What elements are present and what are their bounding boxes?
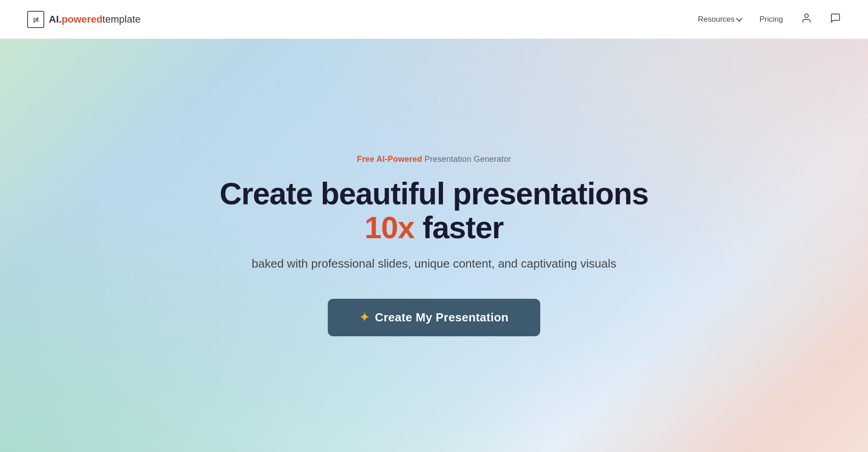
navbar: pt AI.poweredtemplate Resources Pricing (0, 0, 868, 39)
hero-title: Create beautiful presentations 10x faste… (203, 177, 665, 245)
chevron-down-icon (736, 15, 742, 21)
logo-icon: pt (27, 11, 44, 28)
hero-title-before: Create beautiful presentations (220, 176, 649, 211)
logo-powered: powered (61, 14, 102, 25)
logo-icon-text: pt (33, 16, 38, 23)
nav-resources-label: Resources (698, 15, 735, 24)
sparkle-icon: ✦ (359, 311, 369, 325)
nav-right: Resources Pricing (698, 13, 841, 26)
svg-point-0 (805, 14, 808, 18)
hero-tagline-rest: Presentation Generator (422, 155, 511, 164)
logo-ai: AI. (49, 14, 61, 25)
hero-title-highlight: 10x (364, 210, 414, 245)
hero-subtitle: baked with professional slides, unique c… (203, 255, 665, 272)
chat-icon[interactable] (830, 13, 841, 26)
nav-pricing-label: Pricing (760, 15, 783, 24)
logo-rest: template (103, 14, 141, 25)
hero-tagline-colored: Free AI-Powered (357, 155, 422, 164)
hero-title-after: faster (415, 210, 504, 245)
logo[interactable]: pt AI.poweredtemplate (27, 11, 141, 28)
user-icon[interactable] (801, 13, 812, 26)
hero-content: Free AI-Powered Presentation Generator C… (185, 155, 683, 336)
cta-label: Create My Presentation (375, 311, 509, 325)
nav-item-pricing[interactable]: Pricing (760, 15, 783, 24)
hero-section: Free AI-Powered Presentation Generator C… (0, 39, 868, 452)
nav-item-resources[interactable]: Resources (698, 15, 741, 24)
logo-text: AI.poweredtemplate (49, 14, 141, 25)
hero-tagline: Free AI-Powered Presentation Generator (203, 155, 665, 164)
create-presentation-button[interactable]: ✦ Create My Presentation (328, 299, 540, 336)
